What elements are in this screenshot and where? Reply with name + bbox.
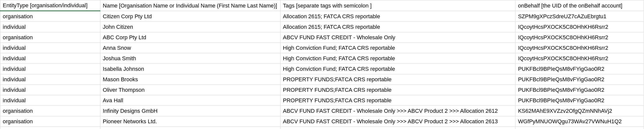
cell-tags[interactable]: ABCV FUND FAST CREDIT - Wholesale Only: [280, 32, 515, 43]
spreadsheet-table: EntityType [organisation/individual] Nam…: [0, 0, 644, 129]
cell-entity-type[interactable]: organisation: [0, 116, 100, 127]
cell-name[interactable]: Infinity Designs GmbH: [100, 106, 280, 116]
cell-tags[interactable]: Allocation 2615; FATCA CRS reportable: [280, 22, 515, 32]
cell-tags[interactable]: PROPERTY FUNDS;FATCA CRS reportable: [280, 95, 515, 106]
cell-onbehalf[interactable]: KS62MAhE9XVZzv2OfgQZmNNhAVj2: [515, 106, 644, 116]
cell-entity-type[interactable]: organisation: [0, 32, 100, 43]
cell-entity-type[interactable]: individual: [0, 74, 100, 85]
cell-onbehalf[interactable]: WGfPyMNUOWQgu73WAv27VWNuH1Q2: [515, 116, 644, 127]
cell-entity-type[interactable]: individual: [0, 43, 100, 53]
cell-tags[interactable]: ABCV FUND FAST CREDIT - Wholesale Only >…: [280, 116, 515, 127]
cell-entity-type[interactable]: individual: [0, 22, 100, 32]
table-row: organisation Infinity Designs GmbH ABCV …: [0, 106, 644, 116]
cell-name[interactable]: Joshua Smith: [100, 53, 280, 64]
cell-onbehalf[interactable]: IQcoytHcsPXOCK5C8OHhKH6Rsrr2: [515, 43, 644, 53]
cell-onbehalf[interactable]: PUKFBcl9BPIeQsM8vFYigGao0R2: [515, 85, 644, 95]
cell-name[interactable]: Anna Snow: [100, 43, 280, 53]
cell-entity-type[interactable]: individual: [0, 64, 100, 74]
cell-name[interactable]: Isabella Johnson: [100, 64, 280, 74]
cell-onbehalf[interactable]: IQcoytHcsPXOCK5C8OHhKH6Rsrr2: [515, 32, 644, 43]
cell-tags[interactable]: PROPERTY FUNDS;FATCA CRS reportable: [280, 85, 515, 95]
cell-tags[interactable]: ABCV FUND FAST CREDIT - Wholesale Only >…: [280, 106, 515, 116]
cell-onbehalf[interactable]: WGfPyMNUOWQgu73WAv27VWNuH1Q2: [515, 127, 644, 129]
cell-entity-type[interactable]: individual: [0, 53, 100, 64]
table-header-row: EntityType [organisation/individual] Nam…: [0, 0, 644, 11]
cell-name[interactable]: Mason Brooks: [100, 74, 280, 85]
cell-onbehalf[interactable]: PUKFBcl9BPIeQsM8vFYigGao0R2: [515, 64, 644, 74]
table-row: individual John Citizen Allocation 2615;…: [0, 22, 644, 32]
table-row: individual Oliver Thompson PROPERTY FUND…: [0, 85, 644, 95]
table-row: organisation Citizen Corp Pty Ltd Alloca…: [0, 11, 644, 22]
cell-onbehalf[interactable]: PUKFBcl9BPIeQsM8vFYigGao0R2: [515, 95, 644, 106]
cell-name[interactable]: Catalyst Industries LLC: [100, 127, 280, 129]
table-row: organisation Catalyst Industries LLC ABC…: [0, 127, 644, 129]
cell-name[interactable]: John Citizen: [100, 22, 280, 32]
cell-onbehalf[interactable]: IQcoytHcsPXOCK5C8OHhKH6Rsrr2: [515, 22, 644, 32]
table-row: organisation Pioneer Networks Ltd. ABCV …: [0, 116, 644, 127]
cell-entity-type[interactable]: individual: [0, 95, 100, 106]
header-onbehalf[interactable]: onBehalf [the UID of the onBehalf accoun…: [515, 0, 644, 11]
cell-entity-type[interactable]: organisation: [0, 11, 100, 22]
cell-tags[interactable]: ABCV FUND FAST CREDIT - Wholesale Only >…: [280, 127, 515, 129]
table-row: individual Anna Snow High Conviction Fun…: [0, 43, 644, 53]
cell-onbehalf[interactable]: SZPM9gXPczSdreUZ7cAZuEbrgtu1: [515, 11, 644, 22]
table-row: individual Mason Brooks PROPERTY FUNDS;F…: [0, 74, 644, 85]
cell-name[interactable]: Ava Hall: [100, 95, 280, 106]
cell-onbehalf[interactable]: IQcoytHcsPXOCK5C8OHhKH6Rsrr2: [515, 53, 644, 64]
header-entity-type[interactable]: EntityType [organisation/individual]: [0, 0, 100, 11]
table-row: individual Ava Hall PROPERTY FUNDS;FATCA…: [0, 95, 644, 106]
cell-tags[interactable]: High Conviction Fund; FATCA CRS reportab…: [280, 53, 515, 64]
cell-name[interactable]: Oliver Thompson: [100, 85, 280, 95]
header-name[interactable]: Name [Organisation Name or Individual Na…: [100, 0, 280, 11]
cell-onbehalf[interactable]: PUKFBcl9BPIeQsM8vFYigGao0R2: [515, 74, 644, 85]
table-row: individual Joshua Smith High Conviction …: [0, 53, 644, 64]
cell-tags[interactable]: High Conviction Fund; FATCA CRS reportab…: [280, 64, 515, 74]
cell-name[interactable]: Pioneer Networks Ltd.: [100, 116, 280, 127]
table-row: organisation ABC Corp Pty Ltd ABCV FUND …: [0, 32, 644, 43]
cell-entity-type[interactable]: organisation: [0, 106, 100, 116]
cell-tags[interactable]: High Conviction Fund; FATCA CRS reportab…: [280, 43, 515, 53]
table-row: individual Isabella Johnson High Convict…: [0, 64, 644, 74]
cell-entity-type[interactable]: individual: [0, 85, 100, 95]
cell-name[interactable]: ABC Corp Pty Ltd: [100, 32, 280, 43]
cell-entity-type[interactable]: organisation: [0, 127, 100, 129]
cell-name[interactable]: Citizen Corp Pty Ltd: [100, 11, 280, 22]
cell-tags[interactable]: Allocation 2615; FATCA CRS reportable: [280, 11, 515, 22]
header-tags[interactable]: Tags [separate tags with semicolon ]: [280, 0, 515, 11]
cell-tags[interactable]: PROPERTY FUNDS;FATCA CRS reportable: [280, 74, 515, 85]
